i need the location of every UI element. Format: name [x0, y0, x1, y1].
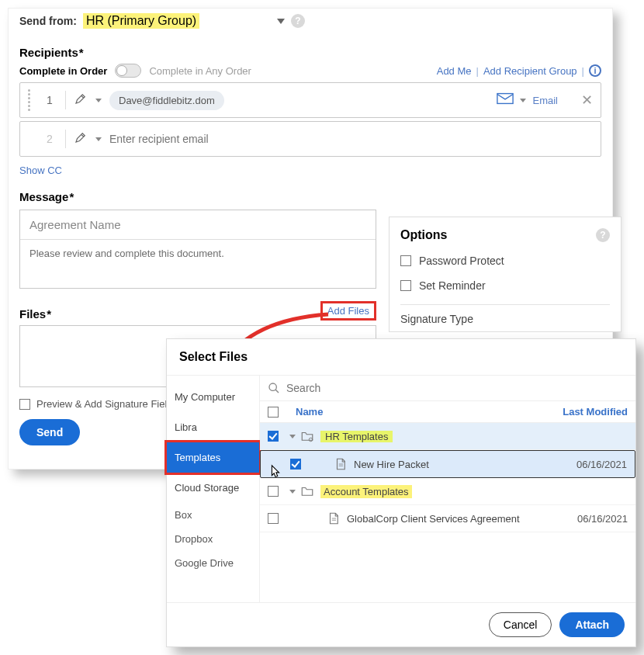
chevron-down-icon[interactable]	[95, 99, 102, 102]
add-me-link[interactable]: Add Me	[437, 65, 472, 77]
recipient-email-input[interactable]	[109, 133, 593, 145]
folder-icon	[300, 429, 314, 443]
preview-checkbox[interactable]	[19, 399, 30, 410]
svg-rect-0	[497, 94, 513, 104]
add-recipient-group-link[interactable]: Add Recipient Group	[483, 65, 577, 77]
dialog-title: Select Files	[167, 339, 635, 375]
sidebar-item-cloud-storage[interactable]: Cloud Storage	[167, 473, 259, 503]
set-reminder-option[interactable]: Set Reminder	[400, 279, 610, 292]
delivery-method-label: Email	[532, 95, 558, 106]
divider	[65, 130, 66, 148]
recipient-row: 1 Dave@fiddlebitz.dom Email ✕	[19, 82, 601, 118]
document-icon	[327, 511, 341, 525]
divider	[65, 91, 66, 109]
recipient-number: 2	[42, 133, 57, 145]
list-header: Name Last Modified	[260, 400, 635, 423]
search-row	[260, 376, 635, 400]
agreement-name-input[interactable]: Agreement Name	[20, 210, 376, 240]
sidebar-item-google-drive[interactable]: Google Drive	[167, 551, 259, 575]
dialog-main: Name Last Modified HR Templates New Hire…	[260, 376, 635, 602]
send-from-row: Send from: HR (Primary Group) ?	[19, 13, 601, 29]
sidebar-item-my-computer[interactable]: My Computer	[167, 382, 259, 412]
checkbox[interactable]	[400, 280, 411, 291]
dialog-footer: Cancel Attach	[167, 602, 635, 646]
cursor-icon	[267, 463, 284, 480]
options-panel: Options ? Password Protect Set Reminder …	[389, 217, 621, 332]
message-box: Agreement Name Please review and complet…	[19, 210, 376, 289]
search-input[interactable]	[286, 382, 628, 394]
agreement-body-input[interactable]: Please review and complete this document…	[20, 240, 376, 288]
sidebar-item-dropbox[interactable]: Dropbox	[167, 527, 259, 551]
file-date: 06/16/2021	[576, 459, 627, 470]
delivery-method[interactable]: Email	[497, 92, 558, 108]
column-name[interactable]: Name	[296, 406, 323, 418]
send-from-select[interactable]: HR (Primary Group)	[83, 13, 285, 29]
pen-icon[interactable]	[74, 130, 88, 147]
file-row-globalcorp[interactable]: GlobalCorp Client Services Agreement 06/…	[260, 505, 635, 532]
files-header-row: Files Add Files	[19, 301, 376, 321]
recipient-links: Add Me | Add Recipient Group | i	[437, 64, 601, 77]
separator: |	[476, 65, 479, 77]
files-title: Files	[19, 307, 51, 321]
send-from-value: HR (Primary Group)	[83, 13, 199, 29]
file-name: New Hire Packet	[354, 459, 429, 470]
show-cc-link[interactable]: Show CC	[19, 165, 601, 176]
help-icon[interactable]: ?	[596, 228, 610, 242]
recipient-number: 1	[42, 94, 57, 106]
complete-any-order-label: Complete in Any Order	[149, 65, 251, 77]
chevron-down-icon[interactable]	[95, 137, 102, 141]
folder-row-hr-templates[interactable]: HR Templates	[260, 423, 635, 450]
options-title-text: Options	[400, 228, 447, 242]
info-icon[interactable]: i	[589, 64, 601, 77]
drag-handle-icon[interactable]	[28, 89, 34, 111]
set-reminder-label: Set Reminder	[419, 279, 486, 292]
chevron-down-icon	[277, 19, 285, 24]
password-protect-option[interactable]: Password Protect	[400, 255, 610, 267]
remove-recipient-icon[interactable]: ✕	[581, 92, 593, 109]
chevron-down-icon[interactable]	[289, 490, 296, 494]
envelope-icon	[497, 92, 514, 108]
folder-name: HR Templates	[320, 431, 393, 442]
pen-icon[interactable]	[74, 92, 88, 109]
svg-point-1	[269, 383, 276, 390]
complete-in-order-label: Complete in Order	[19, 65, 107, 77]
sidebar-item-library[interactable]: Libra	[167, 412, 259, 442]
recipients-order-row: Complete in Order Complete in Any Order …	[19, 64, 601, 78]
divider	[400, 304, 610, 305]
svg-line-2	[275, 390, 279, 393]
chevron-down-icon[interactable]	[289, 435, 296, 438]
select-all-checkbox[interactable]	[268, 407, 279, 418]
column-modified[interactable]: Last Modified	[563, 406, 628, 418]
folder-icon	[300, 484, 314, 498]
checkbox[interactable]	[290, 459, 301, 470]
checkbox[interactable]	[268, 431, 279, 442]
order-toggle[interactable]	[115, 64, 141, 78]
chevron-down-icon	[520, 99, 526, 102]
help-icon[interactable]: ?	[291, 14, 305, 28]
checkbox[interactable]	[268, 486, 279, 497]
separator: |	[582, 65, 584, 77]
signature-type-label: Signature Type	[400, 313, 610, 325]
options-title: Options ?	[400, 228, 610, 242]
attach-button[interactable]: Attach	[559, 612, 625, 637]
file-date: 06/16/2021	[577, 513, 628, 525]
recipient-email-chip[interactable]: Dave@fiddlebitz.dom	[109, 91, 224, 110]
cancel-button[interactable]: Cancel	[489, 612, 552, 637]
checkbox[interactable]	[268, 513, 279, 524]
folder-row-account-templates[interactable]: Account Templates	[260, 478, 635, 505]
folder-name: Account Templates	[320, 485, 412, 498]
send-from-label: Send from:	[19, 15, 77, 27]
file-list: HR Templates New Hire Packet 06/16/2021 …	[260, 423, 635, 532]
password-protect-label: Password Protect	[419, 255, 504, 267]
dialog-sidebar: My Computer Libra Templates Cloud Storag…	[167, 376, 260, 602]
recipient-row: 2	[19, 121, 601, 157]
send-button[interactable]: Send	[19, 419, 80, 445]
sidebar-item-box[interactable]: Box	[167, 503, 259, 527]
add-files-link[interactable]: Add Files	[320, 301, 376, 321]
message-title: Message	[19, 190, 601, 203]
sidebar-item-templates[interactable]: Templates	[164, 440, 261, 475]
file-row-new-hire[interactable]: New Hire Packet 06/16/2021	[260, 450, 635, 478]
svg-point-3	[309, 438, 313, 442]
preview-label: Preview & Add Signature Fields	[36, 398, 178, 410]
checkbox[interactable]	[400, 255, 411, 266]
